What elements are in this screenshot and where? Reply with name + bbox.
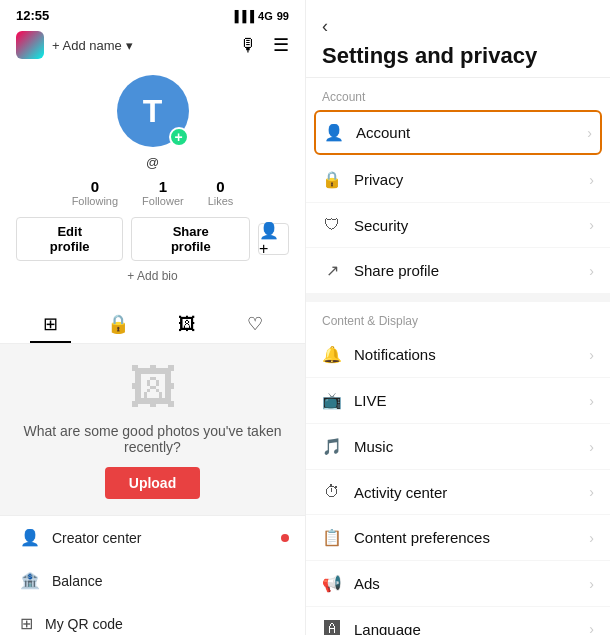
section-divider [306, 294, 610, 302]
add-bio-button[interactable]: + Add bio [127, 269, 177, 283]
live-label: LIVE [354, 392, 387, 409]
security-icon: 🛡 [322, 216, 342, 234]
photo-placeholder-icon: 🖼 [129, 360, 177, 415]
upload-button[interactable]: Upload [105, 467, 200, 499]
following-stat[interactable]: 0 Following [72, 178, 118, 207]
app-logo [16, 31, 44, 59]
menu-item-qr-code[interactable]: ⊞ My QR code [0, 602, 305, 635]
balance-icon: 🏦 [20, 571, 40, 590]
notifications-chevron-icon: › [589, 347, 594, 363]
notifications-label: Notifications [354, 346, 436, 363]
profile-tabs: ⊞ 🔒 🖼 ♡ [0, 305, 305, 344]
profile-section: T + @ 0 Following 1 Follower 0 Likes Edi… [0, 67, 305, 305]
music-chevron-icon: › [589, 439, 594, 455]
notifications-icon: 🔔 [322, 345, 342, 364]
avatar-add-button[interactable]: + [169, 127, 189, 147]
add-person-icon: 👤+ [259, 221, 288, 258]
language-icon: 🅰 [322, 620, 342, 635]
creator-center-icon: 👤 [20, 528, 40, 547]
qr-code-label: My QR code [45, 616, 123, 632]
content-prefs-chevron-icon: › [589, 530, 594, 546]
settings-item-ads[interactable]: 📢 Ads › [306, 561, 610, 607]
qr-code-icon: ⊞ [20, 614, 33, 633]
chevron-down-icon: ▾ [126, 38, 133, 53]
status-right: ▐▐▐ 4G 99 [231, 10, 289, 22]
top-bar: + Add name ▾ 🎙 ☰ [0, 27, 305, 67]
share-profile-label: Share profile [354, 262, 439, 279]
music-icon: 🎵 [322, 437, 342, 456]
share-profile-chevron-icon: › [589, 263, 594, 279]
ads-icon: 📢 [322, 574, 342, 593]
settings-list: Account 👤 Account › 🔒 Privacy › 🛡 Securi… [306, 78, 610, 635]
menu-item-creator-center[interactable]: 👤 Creator center [0, 516, 305, 559]
settings-item-account[interactable]: 👤 Account › [314, 110, 602, 155]
right-panel: ‹ Settings and privacy Account 👤 Account… [305, 0, 610, 635]
at-symbol: @ [146, 155, 159, 170]
ads-chevron-icon: › [589, 576, 594, 592]
activity-icon: ⏱ [322, 483, 342, 501]
status-time: 12:55 [16, 8, 49, 23]
settings-item-privacy[interactable]: 🔒 Privacy › [306, 157, 610, 203]
settings-item-content-prefs[interactable]: 📋 Content preferences › [306, 515, 610, 561]
bottom-menu: 👤 Creator center 🏦 Balance ⊞ My QR code … [0, 515, 305, 635]
edit-profile-button[interactable]: Edit profile [16, 217, 123, 261]
activity-chevron-icon: › [589, 484, 594, 500]
settings-item-music[interactable]: 🎵 Music › [306, 424, 610, 470]
share-profile-button[interactable]: Share profile [131, 217, 250, 261]
live-chevron-icon: › [589, 393, 594, 409]
top-bar-left: + Add name ▾ [16, 31, 133, 59]
content-area: 🖼 What are some good photos you've taken… [0, 344, 305, 515]
menu-item-balance[interactable]: 🏦 Balance [0, 559, 305, 602]
language-label: Language [354, 621, 421, 636]
language-chevron-icon: › [589, 621, 594, 635]
content-prompt-text: What are some good photos you've taken r… [16, 423, 289, 455]
settings-item-share-profile[interactable]: ↗ Share profile › [306, 248, 610, 294]
add-friend-button[interactable]: 👤+ [258, 223, 289, 255]
stats-row: 0 Following 1 Follower 0 Likes [72, 178, 234, 207]
security-label: Security [354, 217, 408, 234]
privacy-icon: 🔒 [322, 170, 342, 189]
section-label-content: Content & Display [306, 302, 610, 332]
add-name-button[interactable]: + Add name ▾ [52, 38, 133, 53]
settings-item-activity[interactable]: ⏱ Activity center › [306, 470, 610, 515]
ads-label: Ads [354, 575, 380, 592]
privacy-chevron-icon: › [589, 172, 594, 188]
tab-lock[interactable]: 🔒 [84, 305, 152, 343]
security-chevron-icon: › [589, 217, 594, 233]
account-chevron-icon: › [587, 125, 592, 141]
status-bar: 12:55 ▐▐▐ 4G 99 [0, 0, 305, 27]
music-label: Music [354, 438, 393, 455]
settings-item-language[interactable]: 🅰 Language › [306, 607, 610, 635]
content-prefs-icon: 📋 [322, 528, 342, 547]
tab-heart[interactable]: ♡ [221, 305, 289, 343]
balance-label: Balance [52, 573, 103, 589]
privacy-label: Privacy [354, 171, 403, 188]
settings-header: ‹ Settings and privacy [306, 0, 610, 78]
likes-stat[interactable]: 0 Likes [208, 178, 234, 207]
live-icon: 📺 [322, 391, 342, 410]
back-button[interactable]: ‹ [322, 16, 594, 37]
menu-icon[interactable]: ☰ [273, 34, 289, 56]
follower-stat[interactable]: 1 Follower [142, 178, 184, 207]
left-panel: 12:55 ▐▐▐ 4G 99 + Add name ▾ 🎙 ☰ T + [0, 0, 305, 635]
activity-label: Activity center [354, 484, 447, 501]
username-display: @ [146, 155, 159, 170]
settings-item-live[interactable]: 📺 LIVE › [306, 378, 610, 424]
settings-item-account-left: 👤 Account [324, 123, 410, 142]
settings-item-security[interactable]: 🛡 Security › [306, 203, 610, 248]
content-prefs-label: Content preferences [354, 529, 490, 546]
settings-title: Settings and privacy [322, 43, 594, 69]
creator-center-label: Creator center [52, 530, 141, 546]
avatar-container: T + [117, 75, 189, 147]
tab-repost[interactable]: 🖼 [153, 305, 221, 343]
account-label: Account [356, 124, 410, 141]
top-bar-right: 🎙 ☰ [239, 34, 289, 56]
account-icon: 👤 [324, 123, 344, 142]
tab-grid[interactable]: ⊞ [16, 305, 84, 343]
network-type: 4G [258, 10, 273, 22]
battery-level: 99 [277, 10, 289, 22]
signal-icon: ▐▐▐ [231, 10, 254, 22]
settings-item-notifications[interactable]: 🔔 Notifications › [306, 332, 610, 378]
share-profile-icon: ↗ [322, 261, 342, 280]
microphone-icon[interactable]: 🎙 [239, 35, 257, 56]
